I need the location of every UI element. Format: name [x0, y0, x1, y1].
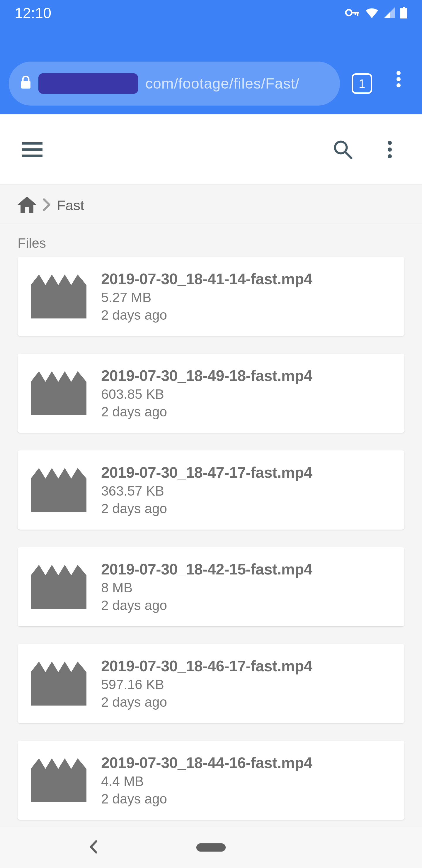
svg-point-9: [396, 83, 400, 87]
file-info: 2019-07-30_18-47-17-fast.mp4363.57 KB2 d…: [101, 464, 312, 517]
file-card[interactable]: 2019-07-30_18-41-14-fast.mp45.27 MB2 day…: [18, 257, 404, 336]
svg-rect-6: [21, 81, 30, 89]
movie-icon: [31, 371, 87, 415]
home-gesture-pill[interactable]: [196, 843, 226, 851]
home-icon[interactable]: [18, 196, 36, 214]
file-size: 363.57 KB: [101, 483, 312, 499]
file-age: 2 days ago: [101, 307, 312, 323]
battery-icon: [400, 7, 407, 20]
breadcrumb: Fast: [0, 185, 422, 223]
address-bar[interactable]: com/footage/files/Fast/: [9, 62, 340, 105]
browser-menu-button[interactable]: [384, 64, 413, 94]
chevron-right-icon: [42, 198, 51, 212]
file-name: 2019-07-30_18-49-18-fast.mp4: [101, 367, 312, 384]
svg-rect-4: [403, 7, 405, 8]
svg-rect-12: [22, 155, 42, 157]
wifi-icon: [365, 7, 379, 19]
file-size: 597.16 KB: [101, 677, 312, 692]
breadcrumb-current[interactable]: Fast: [57, 197, 84, 214]
movie-icon: [31, 758, 87, 802]
file-info: 2019-07-30_18-46-17-fast.mp4597.16 KB2 d…: [101, 657, 312, 710]
lock-icon: [21, 75, 31, 92]
file-age: 2 days ago: [101, 597, 312, 613]
svg-point-16: [388, 148, 392, 152]
browser-toolbar: com/footage/files/Fast/ 1: [0, 26, 422, 114]
status-icons: [345, 7, 407, 20]
file-card[interactable]: 2019-07-30_18-46-17-fast.mp4597.16 KB2 d…: [18, 644, 404, 723]
file-name: 2019-07-30_18-44-16-fast.mp4: [101, 754, 312, 772]
file-age: 2 days ago: [101, 791, 312, 807]
file-info: 2019-07-30_18-41-14-fast.mp45.27 MB2 day…: [101, 270, 312, 323]
file-age: 2 days ago: [101, 404, 312, 420]
app-bar: [0, 114, 422, 185]
url-path: com/footage/files/Fast/: [145, 75, 299, 92]
svg-point-15: [388, 141, 392, 145]
movie-icon: [31, 661, 87, 706]
cell-signal-icon: [384, 7, 395, 19]
svg-point-17: [388, 154, 392, 158]
svg-line-14: [346, 152, 351, 158]
app-menu-button[interactable]: [375, 135, 404, 164]
file-card[interactable]: 2019-07-30_18-44-16-fast.mp44.4 MB2 days…: [18, 741, 404, 820]
file-size: 603.85 KB: [101, 386, 312, 402]
file-card[interactable]: 2019-07-30_18-47-17-fast.mp4363.57 KB2 d…: [18, 451, 404, 530]
svg-point-0: [346, 10, 352, 16]
file-name: 2019-07-30_18-42-15-fast.mp4: [101, 560, 312, 578]
file-age: 2 days ago: [101, 694, 312, 710]
svg-rect-3: [355, 12, 356, 15]
svg-point-8: [396, 77, 400, 81]
vpn-key-icon: [345, 8, 360, 18]
file-size: 8 MB: [101, 580, 312, 596]
movie-icon: [31, 275, 87, 318]
redacted-domain: [38, 73, 138, 94]
file-info: 2019-07-30_18-44-16-fast.mp44.4 MB2 days…: [101, 754, 312, 807]
file-list: 2019-07-30_18-41-14-fast.mp45.27 MB2 day…: [0, 257, 422, 868]
file-name: 2019-07-30_18-46-17-fast.mp4: [101, 657, 312, 675]
movie-icon: [31, 565, 87, 609]
hamburger-menu-button[interactable]: [18, 135, 47, 164]
file-name: 2019-07-30_18-41-14-fast.mp4: [101, 270, 312, 288]
svg-point-7: [396, 71, 400, 75]
svg-rect-2: [357, 12, 358, 16]
file-info: 2019-07-30_18-49-18-fast.mp4603.85 KB2 d…: [101, 367, 312, 420]
status-time: 12:10: [15, 5, 51, 22]
file-size: 4.4 MB: [101, 773, 312, 789]
file-card[interactable]: 2019-07-30_18-42-15-fast.mp48 MB2 days a…: [18, 547, 404, 626]
tab-switcher-button[interactable]: 1: [352, 73, 372, 94]
android-status-bar: 12:10: [0, 0, 422, 26]
file-card[interactable]: 2019-07-30_18-49-18-fast.mp4603.85 KB2 d…: [18, 354, 404, 433]
search-button[interactable]: [328, 135, 358, 164]
file-name: 2019-07-30_18-47-17-fast.mp4: [101, 464, 312, 481]
files-section-label: Files: [0, 223, 422, 257]
file-info: 2019-07-30_18-42-15-fast.mp48 MB2 days a…: [101, 560, 312, 613]
svg-rect-5: [400, 8, 407, 19]
file-size: 5.27 MB: [101, 289, 312, 305]
movie-icon: [31, 468, 87, 512]
svg-rect-10: [22, 142, 42, 145]
android-nav-bar: [0, 827, 422, 868]
file-age: 2 days ago: [101, 501, 312, 517]
back-button[interactable]: [88, 840, 98, 856]
svg-rect-11: [22, 148, 42, 151]
